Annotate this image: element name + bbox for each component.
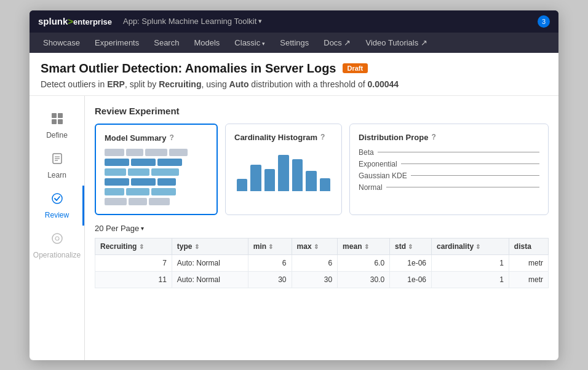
define-icon	[50, 112, 64, 128]
col-cardinality[interactable]: cardinality ⇕	[432, 238, 509, 254]
data-table: Recruiting ⇕ type ⇕ min ⇕ max	[95, 238, 549, 288]
col-max[interactable]: max ⇕	[292, 238, 338, 254]
nav-docs[interactable]: Docs ↗	[316, 33, 358, 53]
review-icon	[50, 192, 64, 208]
model-summary-title: Model Summary ?	[105, 133, 208, 143]
sidebar-item-review[interactable]: Review	[30, 186, 84, 226]
cell-cardinality-1: 1	[432, 271, 509, 288]
bar-7	[320, 178, 330, 191]
sidebar-item-learn[interactable]: Learn	[30, 146, 84, 186]
dist-gaussian: Gaussian KDE	[359, 171, 539, 180]
cell-type-0: Auto: Normal	[172, 254, 248, 271]
dist-exponential: Exponential	[359, 160, 539, 168]
col-dista[interactable]: dista	[509, 238, 548, 254]
col-mean[interactable]: mean ⇕	[338, 238, 390, 254]
distribution-help-icon[interactable]: ?	[431, 133, 435, 141]
table-body: 7 Auto: Normal 6 6 6.0 1e-06 1 metr 11 A…	[95, 254, 549, 288]
cardinality-card: Cardinality Histogram ?	[225, 124, 342, 215]
brand-logo: splunk>enterprise	[38, 16, 112, 26]
bar-1	[237, 179, 247, 191]
svg-rect-0	[52, 113, 57, 118]
cardinality-help-icon[interactable]: ?	[320, 133, 325, 141]
learn-icon	[50, 152, 64, 168]
sidebar: Define Learn	[30, 96, 85, 360]
content-area: Review Experiment Model Summary ?	[85, 96, 558, 360]
col-std[interactable]: std ⇕	[390, 238, 432, 254]
page-subtitle: Detect outliers in ERP, split by Recruit…	[41, 79, 547, 89]
nav-search[interactable]: Search	[146, 33, 186, 53]
cell-recruiting-0: 7	[95, 254, 172, 271]
histogram	[234, 148, 333, 191]
sidebar-label-review: Review	[45, 211, 69, 219]
model-summary-help-icon[interactable]: ?	[169, 133, 173, 142]
cell-mean-0: 6.0	[338, 254, 390, 271]
section-title: Review Experiment	[95, 106, 549, 116]
svg-rect-1	[58, 113, 63, 118]
bar-3	[264, 169, 275, 191]
notification-badge[interactable]: 3	[538, 15, 550, 28]
dropdown-caret[interactable]: ▾	[258, 17, 262, 25]
bar-5	[292, 159, 303, 191]
operationalize-icon	[50, 232, 64, 248]
cell-cardinality-0: 1	[432, 254, 509, 271]
top-nav: splunk>enterprise App: Splunk Machine Le…	[30, 10, 558, 53]
nav-experiments[interactable]: Experiments	[87, 33, 146, 53]
nav-video-tutorials[interactable]: Video Tutorials ↗	[358, 33, 434, 53]
nav-showcase[interactable]: Showcase	[36, 33, 87, 53]
page-title: Smart Outlier Detection: Anomalies in Se…	[41, 61, 336, 76]
svg-point-10	[55, 237, 59, 240]
cell-recruiting-1: 11	[95, 271, 172, 288]
cards-row: Model Summary ?	[95, 124, 549, 215]
col-type[interactable]: type ⇕	[172, 238, 248, 254]
bar-2	[250, 165, 261, 191]
cell-type-1: Auto: Normal	[172, 271, 248, 288]
per-page-label: 20 Per Page	[95, 224, 139, 233]
cardinality-title: Cardinality Histogram ?	[234, 133, 333, 142]
bar-6	[306, 171, 316, 191]
svg-point-8	[52, 194, 62, 203]
nav-bar: Showcase Experiments Search Models Class…	[30, 33, 558, 53]
app-name: App: Splunk Machine Learning Toolkit	[123, 17, 256, 26]
table-header: Recruiting ⇕ type ⇕ min ⇕ max	[95, 238, 549, 254]
per-page-row[interactable]: 20 Per Page ▾	[95, 224, 549, 233]
svg-point-9	[52, 234, 62, 243]
dist-list: Beta Exponential Gaussian KDE Norma	[359, 148, 539, 192]
cell-max-0: 6	[292, 254, 338, 271]
svg-rect-3	[58, 119, 63, 124]
dist-normal: Normal	[359, 183, 539, 192]
per-page-caret: ▾	[141, 225, 144, 232]
bar-4	[278, 155, 288, 191]
sidebar-label-operationalize: Operationalize	[33, 251, 81, 259]
sidebar-label-define: Define	[46, 131, 68, 140]
dist-beta: Beta	[359, 148, 539, 157]
cell-min-0: 6	[248, 254, 292, 271]
nav-settings[interactable]: Settings	[272, 33, 316, 53]
cell-dista-1: metr	[509, 271, 548, 288]
model-grid	[105, 149, 208, 205]
browser-window: splunk>enterprise App: Splunk Machine Le…	[30, 10, 558, 360]
sidebar-item-operationalize: Operationalize	[30, 226, 84, 266]
nav-classic[interactable]: Classic▾	[227, 33, 272, 53]
table-row: 7 Auto: Normal 6 6 6.0 1e-06 1 metr	[95, 254, 549, 271]
page-header: Smart Outlier Detection: Anomalies in Se…	[30, 53, 558, 96]
cell-max-1: 30	[292, 271, 338, 288]
cell-dista-0: metr	[509, 254, 548, 271]
classic-caret: ▾	[262, 41, 265, 47]
distribution-title: Distribution Prope ?	[359, 133, 539, 142]
distribution-card: Distribution Prope ? Beta Exponential	[349, 124, 549, 215]
model-summary-card: Model Summary ?	[95, 124, 218, 215]
brand-bar: splunk>enterprise App: Splunk Machine Le…	[30, 10, 558, 33]
sidebar-label-learn: Learn	[47, 171, 66, 179]
main-content: Define Learn	[30, 96, 558, 360]
cell-std-0: 1e-06	[390, 254, 432, 271]
sidebar-item-define[interactable]: Define	[30, 106, 84, 146]
col-min[interactable]: min ⇕	[248, 238, 292, 254]
nav-models[interactable]: Models	[186, 33, 227, 53]
col-recruiting[interactable]: Recruiting ⇕	[95, 238, 172, 254]
draft-badge: Draft	[343, 63, 368, 73]
svg-rect-2	[52, 119, 57, 124]
cell-min-1: 30	[248, 271, 292, 288]
cell-std-1: 1e-06	[390, 271, 432, 288]
cell-mean-1: 30.0	[338, 271, 390, 288]
table-row: 11 Auto: Normal 30 30 30.0 1e-06 1 metr	[95, 271, 549, 288]
